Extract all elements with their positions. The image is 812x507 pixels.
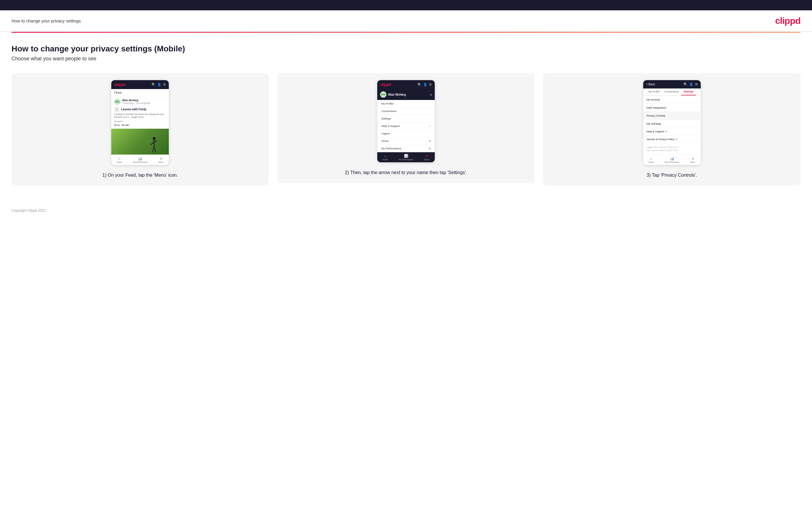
settings-item-account: My Account ›: [643, 96, 701, 104]
phone2-username: Blair McHarg: [388, 93, 406, 96]
external-icon: ↗: [428, 125, 431, 127]
phone3-tabs: My Profile Connections Settings: [643, 89, 701, 96]
user-icon: 👤: [423, 83, 427, 87]
phone1-user-row: BM Blair McHarg Yesterday · Sunningdale: [114, 99, 166, 105]
version-line2: SQL Server Version: 2022.7.30-1: [647, 149, 697, 152]
menu-item-settings: Settings: [377, 115, 435, 122]
performance-label: My Performance: [133, 161, 148, 163]
settings-icon: ⚙: [695, 82, 698, 86]
phone1-lesson-row: 📋 Lesson with Fordy: [114, 107, 166, 112]
home-label: Home: [383, 159, 388, 161]
menu-icon: ≡: [692, 157, 694, 161]
phone2-nav-home: ⌂ Home: [383, 154, 388, 161]
phone1-duration-value: 01 hr : 30 min: [114, 124, 166, 126]
phone1-feed-label: Feed: [111, 89, 169, 96]
phone1-navbar: clippd 🔍 👤 ⚙: [111, 80, 169, 89]
svg-point-0: [153, 137, 156, 140]
service-label: Service & Privacy Policy ↗: [647, 138, 678, 141]
avatar: BM: [114, 99, 120, 105]
settings-item-data: Data Integrations ›: [643, 104, 701, 112]
step-2-caption: 2) Then, tap the arrow next to your name…: [345, 169, 467, 176]
menu-label: Menu: [690, 161, 695, 163]
menu-item-connections: Connections: [377, 107, 435, 115]
privacy-label: Privacy Controls: [647, 114, 666, 117]
svg-line-3: [154, 141, 157, 142]
performance-icon: 📊: [404, 154, 408, 158]
phone3-nav-performance: 📊 My Performance: [665, 157, 679, 163]
phone2-nav-close: ✕ Menu: [424, 154, 429, 161]
settings-icon: ⚙: [429, 83, 432, 87]
chevron-right-icon: ›: [696, 114, 697, 117]
version-line1: Clippd Client Version: 2022.8.3-3: [647, 146, 697, 149]
phone2-nav-performance: 📊 My Performance: [399, 154, 413, 161]
copyright: Copyright Clippd 2022: [11, 209, 46, 213]
phone1-nav-home: ⌂ Home: [117, 157, 122, 163]
footer: Copyright Clippd 2022: [0, 203, 812, 218]
phone3-version-info: Clippd Client Version: 2022.8.3-3 SQL Se…: [643, 143, 701, 155]
logout-label: Logout: [381, 132, 390, 135]
settings-item-service: Service & Privacy Policy ↗: [643, 135, 701, 143]
phone2-menu-panel: My Profile Connections Settings Help & S…: [377, 100, 435, 152]
phone-mockup-3: < Back 🔍 👤 ⚙ My Profile Connections Sett…: [643, 80, 701, 165]
chevron-right-icon: ›: [696, 98, 697, 101]
chevron-up-icon: ∧: [430, 93, 432, 96]
user-icon: 👤: [157, 83, 161, 87]
settings-icon: ⚙: [163, 83, 166, 87]
myprofile-label: My Profile: [381, 102, 393, 105]
phone1-duration-label: Duration: [114, 120, 166, 123]
phone-mockup-1: clippd 🔍 👤 ⚙ Feed BM Blair McHarg: [111, 80, 169, 165]
search-icon: 🔍: [417, 83, 421, 87]
menu-item-myprofile: My Profile: [377, 100, 435, 107]
account-label: My Account: [647, 98, 660, 101]
performance-label: My Performance: [399, 159, 413, 161]
phone1-image: [111, 129, 169, 155]
steps-container: clippd 🔍 👤 ⚙ Feed BM Blair McHarg: [11, 73, 801, 185]
phone1-nav-performance: 📊 My Performance: [133, 157, 148, 163]
section-home-label: Home: [381, 139, 389, 143]
home-icon: ⌂: [384, 154, 386, 158]
search-icon: 🔍: [152, 83, 156, 87]
help-label: Help & Support ↗: [647, 130, 667, 133]
phone3-nav-menu: ≡ Menu: [690, 157, 695, 163]
phone1-bottom-nav: ⌂ Home 📊 My Performance ≡ Menu: [111, 155, 169, 165]
user-icon: 👤: [689, 82, 693, 86]
phone1-post: BM Blair McHarg Yesterday · Sunningdale …: [111, 96, 169, 129]
settings-item-privacy: Privacy Controls ›: [643, 112, 701, 120]
connections-label: Connections: [381, 109, 397, 113]
step-3-card: < Back 🔍 👤 ⚙ My Profile Connections Sett…: [543, 73, 801, 185]
golfbag-label: My Golf Bag: [647, 122, 661, 125]
tab-settings: Settings: [681, 89, 696, 95]
header-title: How to change your privacy settings: [11, 18, 81, 23]
settings-item-help: Help & Support ↗: [643, 128, 701, 135]
chevron-down-icon: ∨: [429, 139, 431, 143]
svg-line-2: [151, 142, 154, 145]
menu-label: Menu: [158, 161, 164, 163]
phone1-logo: clippd: [114, 82, 125, 87]
step-3-caption: 3) Tap 'Privacy Controls'.: [647, 172, 697, 179]
back-button: < Back: [646, 83, 655, 86]
settings-item-golfbag: My Golf Bag ›: [643, 120, 701, 128]
home-icon: ⌂: [118, 157, 120, 161]
phone1-user-info: Blair McHarg Yesterday · Sunningdale: [122, 99, 150, 105]
phone3-icons: 🔍 👤 ⚙: [683, 82, 698, 86]
phone3-navbar: < Back 🔍 👤 ⚙: [643, 80, 701, 89]
main-content: How to change your privacy settings (Mob…: [0, 33, 812, 203]
lesson-icon: 📋: [114, 107, 119, 112]
close-icon: ✕: [425, 154, 428, 158]
search-icon: 🔍: [683, 82, 688, 86]
page-subheading: Choose what you want people to see: [11, 56, 801, 62]
phone3-settings-list: My Account › Data Integrations › Privacy…: [643, 96, 701, 155]
tab-myprofile: My Profile: [646, 89, 662, 95]
performance-icon: 📊: [670, 157, 674, 161]
menu-icon: ≡: [160, 157, 162, 161]
svg-line-4: [152, 147, 154, 153]
phone2-icons: 🔍 👤 ⚙: [417, 83, 432, 87]
phone1-lesson-title: Lesson with Fordy: [121, 108, 146, 111]
phone1-meta: Yesterday · Sunningdale: [122, 102, 150, 105]
performance-label: My Performance: [665, 161, 679, 163]
phone3-nav-home: ⌂ Home: [648, 157, 654, 163]
menu-item-logout: Logout: [377, 130, 435, 137]
performance-icon: 📊: [138, 157, 142, 161]
menu-label: Menu: [424, 159, 429, 161]
chevron-right-icon: ›: [696, 122, 697, 125]
